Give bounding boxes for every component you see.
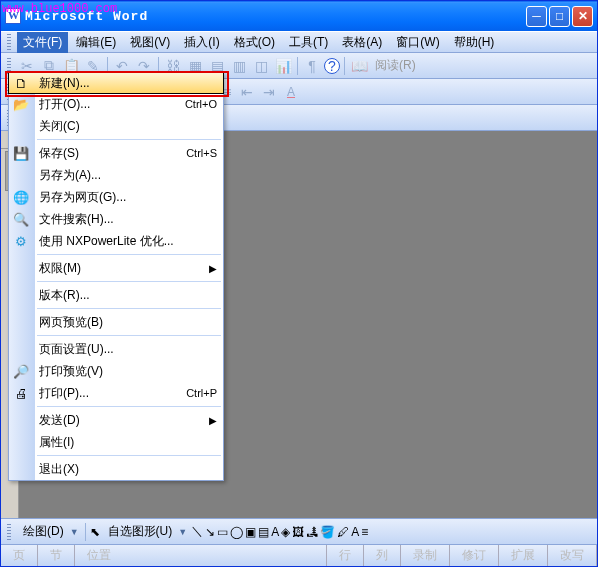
- drawing-toolbar: 绘图(D)▼ ⬉ 自选图形(U)▼ ＼ ↘ ▭ ◯ ▣ ▤ A ◈ 🖼 🏞 🪣 …: [1, 518, 597, 544]
- menu-separator: [37, 335, 221, 336]
- autoshapes-menu[interactable]: 自选图形(U)▼: [102, 523, 190, 540]
- menu-item-properties[interactable]: 属性(I): [9, 431, 223, 453]
- status-rec: 录制: [401, 545, 450, 566]
- submenu-arrow-icon: ▶: [209, 415, 217, 426]
- wordart-icon[interactable]: A: [271, 525, 279, 539]
- menu-table[interactable]: 表格(A): [336, 32, 388, 53]
- menu-help[interactable]: 帮助(H): [448, 32, 501, 53]
- menu-separator: [37, 139, 221, 140]
- increase-indent-icon[interactable]: ⇥: [259, 82, 279, 102]
- status-rev: 修订: [450, 545, 499, 566]
- arrow-icon[interactable]: ↘: [205, 525, 215, 539]
- search-icon: 🔍: [13, 211, 29, 227]
- menu-item-saveasweb[interactable]: 🌐 另存为网页(G)...: [9, 186, 223, 208]
- vertical-textbox-icon[interactable]: ▤: [258, 525, 269, 539]
- status-section: 节: [38, 545, 75, 566]
- menu-edit[interactable]: 编辑(E): [70, 32, 122, 53]
- status-ext: 扩展: [499, 545, 548, 566]
- read-button[interactable]: 阅读(R): [371, 57, 420, 74]
- menu-item-nxpowerlite[interactable]: ⚙ 使用 NXPowerLite 优化...: [9, 230, 223, 252]
- help-icon[interactable]: ?: [324, 58, 340, 74]
- diagram-icon[interactable]: ◈: [281, 525, 290, 539]
- menu-item-permission[interactable]: 权限(M) ▶: [9, 257, 223, 279]
- menu-item-printpreview[interactable]: 🔎 打印预览(V): [9, 360, 223, 382]
- font-color-icon[interactable]: A: [281, 82, 301, 102]
- line-icon[interactable]: ＼: [191, 523, 203, 540]
- drawing-icon[interactable]: ◫: [251, 56, 271, 76]
- status-ovr: 改写: [548, 545, 597, 566]
- menubar: 文件(F) 编辑(E) 视图(V) 插入(I) 格式(O) 工具(T) 表格(A…: [1, 31, 597, 53]
- menu-item-pagesetup[interactable]: 页面设置(U)...: [9, 338, 223, 360]
- menu-item-close[interactable]: 关闭(C): [9, 115, 223, 137]
- save-icon: 💾: [13, 145, 29, 161]
- clipart-icon[interactable]: 🖼: [292, 525, 304, 539]
- statusbar: 页 节 位置 行 列 录制 修订 扩展 改写: [1, 544, 597, 566]
- rectangle-icon[interactable]: ▭: [217, 525, 228, 539]
- close-button[interactable]: ✕: [572, 6, 593, 27]
- menu-item-print[interactable]: 🖨 打印(P)... Ctrl+P: [9, 382, 223, 404]
- file-menu-dropdown: 🗋 新建(N)... 📂 打开(O)... Ctrl+O 关闭(C) 💾 保存(…: [8, 72, 224, 481]
- textbox-icon[interactable]: ▣: [245, 525, 256, 539]
- menu-item-save[interactable]: 💾 保存(S) Ctrl+S: [9, 142, 223, 164]
- submenu-arrow-icon: ▶: [209, 263, 217, 274]
- menu-item-exit[interactable]: 退出(X): [9, 458, 223, 480]
- separator: [344, 57, 345, 75]
- menu-file[interactable]: 文件(F): [17, 32, 68, 53]
- grip-handle[interactable]: [7, 524, 11, 540]
- maximize-button[interactable]: □: [549, 6, 570, 27]
- menu-tools[interactable]: 工具(T): [283, 32, 334, 53]
- status-line: 行: [327, 545, 364, 566]
- menu-item-new[interactable]: 🗋 新建(N)...: [8, 72, 224, 94]
- menu-view[interactable]: 视图(V): [124, 32, 176, 53]
- print-preview-icon: 🔎: [13, 363, 29, 379]
- status-page: 页: [1, 545, 38, 566]
- menu-item-webpreview[interactable]: 网页预览(B): [9, 311, 223, 333]
- decrease-indent-icon[interactable]: ⇤: [237, 82, 257, 102]
- draw-menu[interactable]: 绘图(D)▼: [17, 523, 81, 540]
- columns-icon[interactable]: ▥: [229, 56, 249, 76]
- font-color-icon[interactable]: A: [351, 525, 359, 539]
- menu-separator: [37, 281, 221, 282]
- status-position: 位置: [75, 545, 327, 566]
- fill-color-icon[interactable]: 🪣: [320, 525, 335, 539]
- picture-icon[interactable]: 🏞: [306, 525, 318, 539]
- show-marks-icon[interactable]: ¶: [302, 56, 322, 76]
- chart-icon[interactable]: 📊: [273, 56, 293, 76]
- new-document-icon: 🗋: [13, 75, 29, 91]
- menu-format[interactable]: 格式(O): [228, 32, 281, 53]
- save-web-icon: 🌐: [13, 189, 29, 205]
- menu-separator: [37, 406, 221, 407]
- read-mode-icon[interactable]: 📖: [349, 56, 369, 76]
- menu-window[interactable]: 窗口(W): [390, 32, 445, 53]
- oval-icon[interactable]: ◯: [230, 525, 243, 539]
- grip-handle[interactable]: [7, 34, 11, 50]
- nxpowerlite-icon: ⚙: [13, 233, 29, 249]
- minimize-button[interactable]: ─: [526, 6, 547, 27]
- menu-item-saveas[interactable]: 另存为(A)...: [9, 164, 223, 186]
- line-style-icon[interactable]: ≡: [361, 525, 368, 539]
- menu-item-send[interactable]: 发送(D) ▶: [9, 409, 223, 431]
- menu-separator: [37, 455, 221, 456]
- print-icon: 🖨: [13, 385, 29, 401]
- separator: [297, 57, 298, 75]
- menu-separator: [37, 254, 221, 255]
- select-objects-icon[interactable]: ⬉: [90, 525, 100, 539]
- menu-separator: [37, 308, 221, 309]
- status-column: 列: [364, 545, 401, 566]
- separator: [85, 523, 86, 541]
- menu-item-version[interactable]: 版本(R)...: [9, 284, 223, 306]
- menu-insert[interactable]: 插入(I): [178, 32, 225, 53]
- watermark-text: www.blue1000.com: [2, 2, 117, 16]
- menu-item-open[interactable]: 📂 打开(O)... Ctrl+O: [9, 93, 223, 115]
- line-color-icon[interactable]: 🖊: [337, 525, 349, 539]
- open-folder-icon: 📂: [13, 96, 29, 112]
- menu-item-filesearch[interactable]: 🔍 文件搜索(H)...: [9, 208, 223, 230]
